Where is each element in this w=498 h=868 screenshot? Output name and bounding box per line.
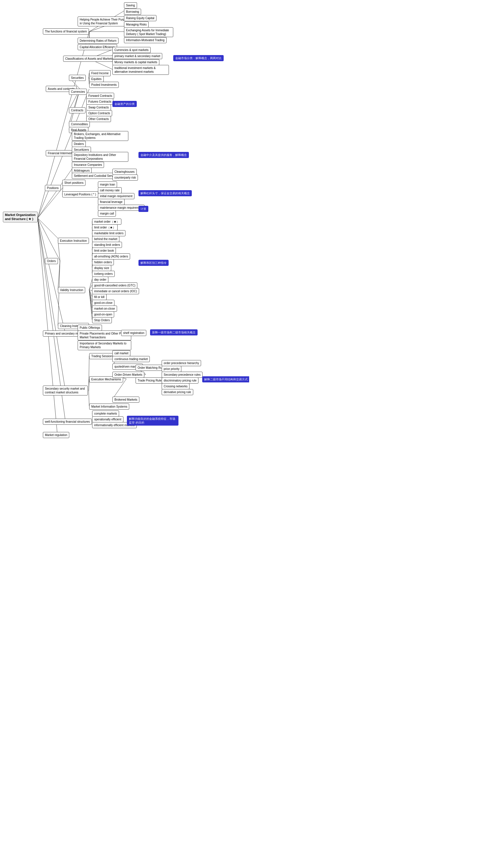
positions-node: Positions — [45, 185, 61, 191]
secondary-precedence-node: Secondary precedence rules — [162, 372, 202, 378]
standing-node: standing limit orders — [92, 242, 122, 248]
svg-line-6 — [38, 218, 65, 334]
well-functioning-label: well-functioning financial structures — [45, 420, 90, 423]
functions-node: The functions of financial system — [43, 28, 89, 35]
mindmap-container: Market Organization and Structure ( ★ ) … — [0, 0, 249, 868]
call-money-node: call money rate — [98, 187, 122, 193]
market-order-node: market order（★） — [92, 219, 121, 225]
swap-label: Swap Contracts — [88, 106, 109, 109]
secondary-market-label: Secondary security market and contract m… — [45, 387, 85, 394]
operationally-node: operationally efficient — [92, 416, 123, 422]
iceberg-label: iceberg orders — [94, 272, 113, 276]
brokers-node: Brokers, Exchanges, and Alternative Trad… — [72, 131, 128, 141]
limit-book-node: limit order book — [92, 247, 116, 254]
svg-line-77 — [89, 290, 92, 302]
currencies-spot-node: Currencies & spot markets — [113, 47, 150, 53]
complete-markets-label: complete markets — [94, 412, 117, 415]
validity-instruction-node: Validity Instruction — [58, 287, 85, 293]
financial-leverage-label: financial leverage — [100, 200, 122, 204]
validity-instruction-label: Validity Instruction — [60, 289, 83, 292]
market-info-node: Market Information Systems — [89, 404, 129, 410]
contracts-label: Contracts — [71, 109, 83, 112]
borrowing-label: Borrowing — [126, 10, 139, 13]
all-or-nothing-node: all-ornothing (AON) orders — [92, 253, 130, 259]
derivative-pricing-label: derivative pricing rule — [164, 391, 191, 394]
primary-secondary-node: primary market & secondary market — [113, 53, 162, 59]
cn-orders-node: 解释和区别三种指令 — [139, 260, 169, 266]
managing-label: Managing Risks — [126, 23, 147, 26]
securitizers-label: Securitizers — [74, 148, 89, 151]
cn-secondary-node: 解释二级市场不同结构和交易方式 — [202, 376, 249, 382]
order-precedence-node: order precedence hierarchy — [162, 360, 201, 366]
public-offerings-label: Public Offerings — [80, 326, 100, 329]
market-order-label: market order（★） — [94, 220, 119, 223]
capital-node: Capital Allocation Efficiency — [78, 44, 117, 50]
good-on-open-node: good-on-open — [92, 311, 114, 317]
svg-line-85 — [89, 356, 89, 391]
counterparty-label: counterparty risk — [115, 176, 136, 179]
derivative-pricing-node: derivative pricing rule — [162, 389, 193, 395]
cn-well-node: 解释功能良好的金融系统特征，市场监管 的目的 — [127, 416, 179, 425]
capital-label: Capital Allocation Efficiency — [80, 46, 115, 49]
depository-node: Depository Institutions and Other Financ… — [72, 152, 128, 162]
root-node: Market Organization and Structure ( ★ ) — [3, 212, 38, 222]
cn-assets-label: 金融资产的分类 — [115, 102, 135, 105]
clearinghouses-label: Clearinghouses — [115, 170, 135, 174]
marketable-node: marketable limit orders — [92, 230, 126, 236]
cn-calc-label: 计算 — [141, 207, 146, 210]
crossing-label: Crossing networks — [164, 385, 187, 388]
helping-label: Helping People Achieve Their Purposes in… — [80, 18, 131, 25]
cn-well-label: 解释功能良好的金融系统特征，市场监管 的目的 — [129, 417, 175, 424]
trade-pricing-label: Trade Pricing Rules — [137, 379, 163, 382]
good-on-close-label: good-on-close — [94, 301, 113, 304]
other-node: Other Contracts — [86, 116, 111, 122]
svg-line-79 — [89, 290, 92, 314]
orders-node: Orders — [45, 258, 58, 264]
information-label: Information-Motivated Trading — [126, 39, 165, 42]
limit-order-node: limit order（★） — [92, 225, 118, 230]
fixed-income-node: Fixed Income — [89, 70, 111, 76]
commodities-label: Commodities — [71, 123, 88, 126]
market-regulation-node: Market regulation — [43, 432, 69, 438]
futures-node: Futures Contracts — [86, 99, 113, 105]
continuous-label: continuous trading market — [115, 357, 148, 361]
raising-label: Raising Equity Capital — [126, 16, 154, 20]
saving-node: Saving — [124, 2, 137, 9]
market-on-close-label: market-on-close — [94, 307, 115, 310]
order-driven-label: Order-Driven Markets — [115, 373, 142, 376]
svg-line-7 — [38, 218, 65, 391]
good-till-label: good-till-cancelled orders (GTC) — [94, 284, 135, 287]
svg-line-4 — [38, 218, 60, 240]
public-offerings-node: Public Offerings — [78, 325, 102, 331]
money-capital-label: Money markets & capital markets — [115, 61, 157, 64]
currencies-spot-label: Currencies & spot markets — [115, 48, 149, 52]
good-on-open-label: good-on-open — [94, 313, 112, 316]
limit-order-label: limit order（★） — [94, 226, 116, 229]
financial-leverage-node: financial leverage — [98, 199, 124, 205]
traditional-label: traditional investment markets & alterna… — [115, 66, 156, 73]
exchanging-node: Exchanging Assets for Immediate Delivery… — [124, 27, 173, 37]
well-functioning-node: well-functioning financial structures — [43, 419, 92, 425]
shelf-registration-label: shelf registration — [123, 331, 144, 334]
contracts-node: Contracts — [69, 107, 86, 113]
market-on-close-node: market-on-close — [92, 306, 117, 312]
shelf-registration-node: shelf registration — [121, 330, 146, 336]
functions-label: The functions of financial system — [45, 30, 87, 33]
stop-orders-label: Stop Orders — [94, 319, 110, 322]
information-node: Information-Motivated Trading — [124, 37, 167, 43]
display-size-node: display size — [92, 265, 111, 271]
discriminatory-node: discriminatory pricing rule — [162, 378, 198, 384]
trading-sessions-label: Trading Sessions — [91, 355, 114, 358]
svg-line-78 — [89, 290, 92, 308]
root-label: Market Organization and Structure ( ★ ) — [5, 213, 36, 221]
importance-node: Importance of Secondary Markets to Prima… — [78, 340, 131, 350]
cn-primary-label: 新释一级市场和二级市场相关概念 — [152, 331, 196, 334]
all-or-nothing-label: all-ornothing (AON) orders — [94, 255, 128, 258]
arbitrageurs-label: Arbitrageurs — [74, 169, 90, 172]
execution-instruction-node: Execution Instruction — [58, 238, 89, 244]
complete-markets-node: complete markets — [92, 410, 119, 417]
counterparty-node: counterparty risk — [113, 175, 138, 181]
brokered-node: Brokered Markets — [113, 397, 139, 403]
trade-pricing-node: Trade Pricing Rules — [135, 378, 165, 384]
call-market-label: call market — [115, 352, 128, 355]
